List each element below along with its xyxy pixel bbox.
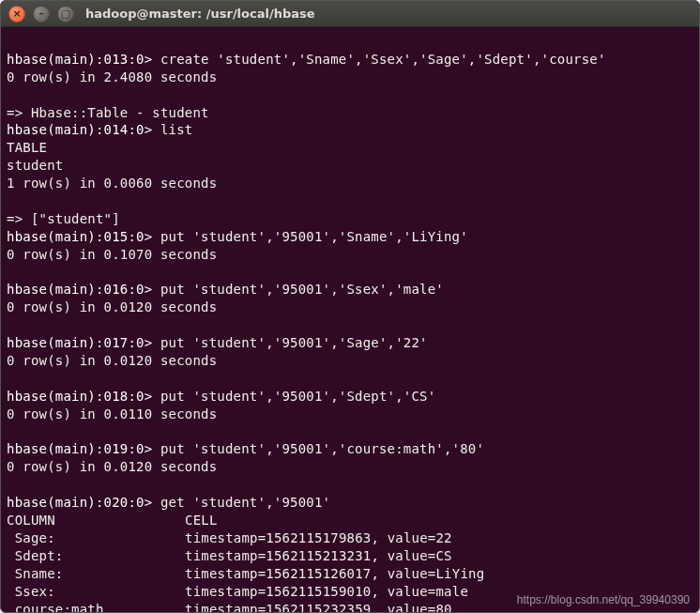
get-row-cell: timestamp=1562115232359, value=80: [185, 602, 452, 614]
command: get 'student','95001': [152, 495, 330, 510]
prompt: hbase(main):017:0>: [7, 335, 152, 350]
command: create 'student','Sname','Ssex','Sage','…: [152, 52, 605, 67]
output-line: 0 row(s) in 0.0110 seconds: [7, 406, 217, 421]
command: list: [152, 122, 192, 137]
maximize-icon[interactable]: ▢: [57, 6, 74, 23]
get-row-col: Sage:: [7, 529, 185, 547]
get-row-cell: timestamp=1562115126017, value=LiYing: [185, 566, 484, 581]
output-line: 0 row(s) in 0.0120 seconds: [7, 353, 217, 368]
get-row-col: course:math: [7, 601, 185, 614]
prompt: hbase(main):019:0>: [7, 441, 152, 456]
command: put 'student','95001','course:math','80': [152, 441, 484, 456]
output-line: 0 row(s) in 0.1070 seconds: [7, 247, 217, 262]
close-icon[interactable]: ×: [8, 6, 25, 23]
command: put 'student','95001','Ssex','male': [152, 282, 444, 297]
get-header-column: COLUMN: [7, 512, 185, 529]
get-row-cell: timestamp=1562115213231, value=CS: [185, 548, 452, 563]
titlebar[interactable]: × – ▢ hadoop@master: /usr/local/hbase: [1, 1, 699, 27]
terminal-window: × – ▢ hadoop@master: /usr/local/hbase hb…: [0, 0, 700, 613]
prompt: hbase(main):020:0>: [7, 495, 152, 510]
output-line: TABLE: [7, 140, 47, 155]
output-line: 0 row(s) in 0.0120 seconds: [7, 459, 217, 474]
command: put 'student','95001','Sage','22': [152, 335, 427, 350]
prompt: hbase(main):018:0>: [7, 389, 152, 404]
get-row-col: Sdept:: [7, 547, 185, 565]
prompt: hbase(main):013:0>: [7, 52, 152, 67]
get-row-cell: timestamp=1562115179863, value=22: [185, 530, 452, 545]
minimize-icon[interactable]: –: [33, 6, 50, 23]
output-line: 0 row(s) in 2.4080 seconds: [7, 69, 217, 84]
output-line: 1 row(s) in 0.0060 seconds: [7, 176, 217, 191]
get-row-col: Ssex:: [7, 583, 185, 601]
output-line: => Hbase::Table - student: [7, 105, 209, 120]
prompt: hbase(main):016:0>: [7, 282, 152, 297]
get-row-cell: timestamp=1562115159010, value=male: [185, 584, 468, 599]
watermark: https://blog.csdn.net/qq_39940390: [517, 593, 690, 606]
output-line: student: [7, 158, 63, 173]
output-line: 0 row(s) in 0.0120 seconds: [7, 299, 217, 314]
get-row-col: Sname:: [7, 565, 185, 583]
prompt: hbase(main):014:0>: [7, 122, 152, 137]
terminal-body[interactable]: hbase(main):013:0> create 'student','Sna…: [1, 27, 699, 613]
command: put 'student','95001','Sname','LiYing': [152, 229, 468, 244]
output-line: => ["student"]: [7, 211, 120, 226]
prompt: hbase(main):015:0>: [7, 229, 152, 244]
command: put 'student','95001','Sdept','CS': [152, 389, 435, 404]
get-header-cell: CELL: [185, 513, 218, 528]
window-title: hadoop@master: /usr/local/hbase: [85, 7, 315, 21]
